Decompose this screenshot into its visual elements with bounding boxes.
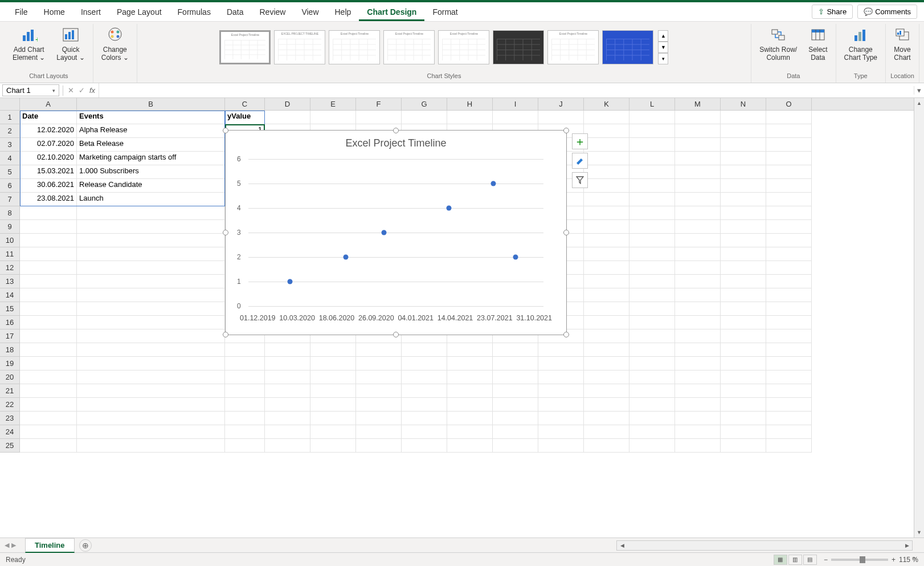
chart-style-2[interactable]: EXCEL PROJECT TIMELINE [274, 30, 325, 64]
cell-N19[interactable] [721, 357, 766, 370]
select-all-corner[interactable] [0, 98, 20, 111]
cell-A18[interactable] [20, 343, 77, 357]
cell-N14[interactable] [721, 288, 766, 302]
row-header-24[interactable]: 24 [0, 425, 19, 439]
chart-filters-button[interactable] [572, 172, 588, 188]
styles-scroll-down[interactable]: ▼ [658, 42, 668, 53]
cell-A1[interactable]: Date [20, 111, 77, 124]
cell-B13[interactable] [77, 275, 225, 288]
cell-E24[interactable] [310, 425, 356, 439]
chart-handle[interactable] [393, 332, 399, 337]
cell-N21[interactable] [721, 384, 766, 398]
row-header-17[interactable]: 17 [0, 329, 19, 343]
cell-B2[interactable]: Alpha Release [77, 124, 225, 138]
chart-handle[interactable] [563, 332, 569, 337]
cell-N18[interactable] [721, 343, 766, 357]
chart-point[interactable] [490, 181, 496, 186]
chart-plot-area[interactable]: 0123456 [248, 159, 543, 306]
cell-L9[interactable] [629, 220, 675, 234]
cell-N10[interactable] [721, 234, 766, 247]
chart-style-7[interactable]: Excel Project Timeline [547, 30, 599, 64]
cell-B9[interactable] [77, 220, 225, 234]
formula-input[interactable] [99, 83, 914, 97]
cell-A7[interactable]: 23.08.2021 [20, 193, 77, 206]
cell-L13[interactable] [629, 275, 675, 288]
cell-L19[interactable] [629, 357, 675, 370]
cell-L23[interactable] [629, 412, 675, 425]
zoom-out[interactable]: − [824, 556, 828, 564]
cell-D20[interactable] [265, 370, 310, 384]
cell-B18[interactable] [77, 343, 225, 357]
cell-L4[interactable] [629, 152, 675, 165]
cell-L6[interactable] [629, 179, 675, 193]
cell-J1[interactable] [538, 111, 584, 124]
cell-J25[interactable] [538, 439, 584, 453]
cell-B16[interactable] [77, 316, 225, 329]
cell-O9[interactable] [766, 220, 812, 234]
cell-F19[interactable] [356, 357, 402, 370]
cell-M9[interactable] [675, 220, 721, 234]
cell-K2[interactable] [584, 124, 629, 138]
cell-G24[interactable] [402, 425, 447, 439]
cell-A2[interactable]: 12.02.2020 [20, 124, 77, 138]
zoom-slider[interactable] [831, 559, 888, 561]
sheet-nav-prev[interactable]: ◀ [5, 541, 9, 549]
cell-D1[interactable] [265, 111, 310, 124]
cell-O4[interactable] [766, 152, 812, 165]
cell-I24[interactable] [493, 425, 538, 439]
row-header-11[interactable]: 11 [0, 247, 19, 261]
chart-style-8[interactable] [602, 30, 653, 64]
cell-I22[interactable] [493, 398, 538, 412]
cell-B25[interactable] [77, 439, 225, 453]
cell-F18[interactable] [356, 343, 402, 357]
row-header-12[interactable]: 12 [0, 261, 19, 275]
cell-C1[interactable]: yValue [225, 111, 265, 124]
cell-I20[interactable] [493, 370, 538, 384]
cell-L22[interactable] [629, 398, 675, 412]
cell-O13[interactable] [766, 275, 812, 288]
cell-A16[interactable] [20, 316, 77, 329]
cell-M3[interactable] [675, 138, 721, 152]
view-page-layout[interactable]: ▥ [788, 555, 802, 565]
cell-K19[interactable] [584, 357, 629, 370]
cell-M18[interactable] [675, 343, 721, 357]
cell-O5[interactable] [766, 165, 812, 179]
cell-K20[interactable] [584, 370, 629, 384]
cell-M1[interactable] [675, 111, 721, 124]
cell-N20[interactable] [721, 370, 766, 384]
chart-handle[interactable] [223, 230, 228, 235]
cell-E1[interactable] [310, 111, 356, 124]
cell-M14[interactable] [675, 288, 721, 302]
collapse-ribbon-button[interactable]: ⌃ [911, 556, 917, 564]
chart-handle[interactable] [563, 230, 569, 235]
row-header-14[interactable]: 14 [0, 288, 19, 302]
cell-A4[interactable]: 02.10.2020 [20, 152, 77, 165]
cell-M8[interactable] [675, 206, 721, 220]
cell-B17[interactable] [77, 329, 225, 343]
cell-B24[interactable] [77, 425, 225, 439]
cell-O21[interactable] [766, 384, 812, 398]
cell-L7[interactable] [629, 193, 675, 206]
col-header-D[interactable]: D [265, 98, 310, 110]
zoom-in[interactable]: + [892, 556, 896, 564]
col-header-C[interactable]: C [225, 98, 265, 110]
tab-page-layout[interactable]: Page Layout [109, 3, 170, 21]
col-header-I[interactable]: I [493, 98, 538, 110]
cell-D22[interactable] [265, 398, 310, 412]
view-normal[interactable]: ▦ [774, 555, 787, 565]
cell-M7[interactable] [675, 193, 721, 206]
cell-B14[interactable] [77, 288, 225, 302]
cell-C20[interactable] [225, 370, 265, 384]
cell-O16[interactable] [766, 316, 812, 329]
cell-L25[interactable] [629, 439, 675, 453]
cell-L8[interactable] [629, 206, 675, 220]
cell-L11[interactable] [629, 247, 675, 261]
row-header-3[interactable]: 3 [0, 138, 19, 152]
cell-B10[interactable] [77, 234, 225, 247]
cell-G22[interactable] [402, 398, 447, 412]
cell-G21[interactable] [402, 384, 447, 398]
cell-H23[interactable] [447, 412, 493, 425]
cell-B1[interactable]: Events [77, 111, 225, 124]
col-header-F[interactable]: F [356, 98, 402, 110]
chart-point[interactable] [382, 230, 387, 235]
